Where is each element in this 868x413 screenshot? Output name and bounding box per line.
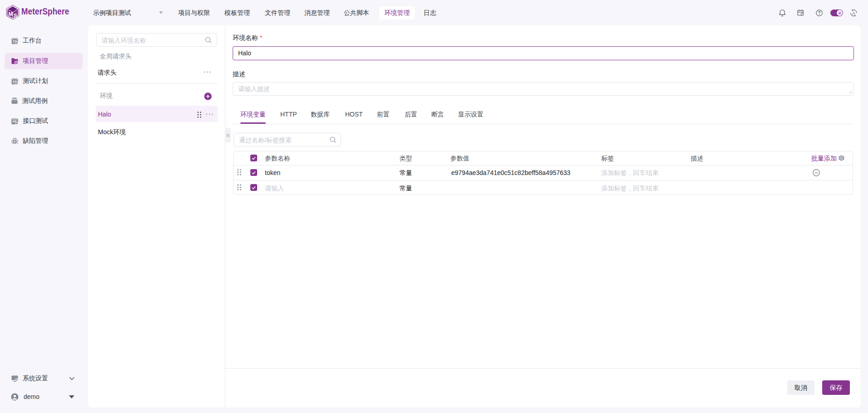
svg-text:A: A [853, 11, 855, 15]
svg-text:S: S [14, 13, 17, 18]
svg-text:M: M [9, 11, 13, 17]
